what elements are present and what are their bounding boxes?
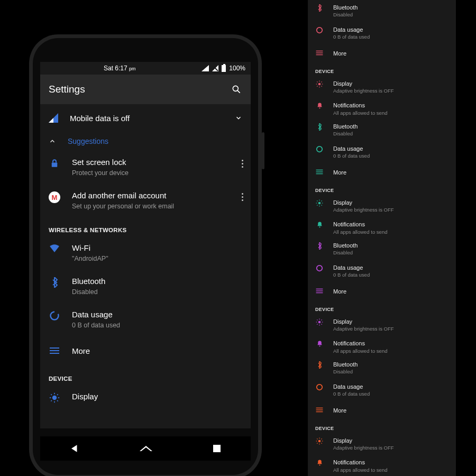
display-icon [315, 318, 324, 326]
more-icon [49, 347, 60, 354]
setting-bluetooth[interactable]: BluetoothDisabled [308, 357, 456, 379]
section-device: DEVICE [308, 420, 456, 433]
svg-point-27 [318, 83, 321, 85]
setting-notifications[interactable]: NotificationsAll apps allowed to send [308, 455, 456, 476]
svg-rect-7 [52, 163, 58, 167]
display-icon [315, 437, 324, 445]
setting-more[interactable]: More [308, 401, 456, 420]
bell-icon [315, 102, 324, 109]
setting-more[interactable]: More [308, 44, 456, 63]
setting-notifications[interactable]: NotificationsAll apps allowed to send [308, 336, 456, 358]
theme-preview: BluetoothDisabled Data usage0 B of data … [308, 0, 456, 120]
svg-line-62 [317, 324, 317, 324]
suggestion-title: Add another email account [72, 190, 242, 201]
setting-wifi[interactable]: Wi-Fi"AndroidAP" [40, 236, 251, 270]
data-usage-icon [315, 26, 324, 34]
svg-line-77 [322, 438, 322, 439]
setting-notifications[interactable]: NotificationsAll apps allowed to send [308, 217, 456, 239]
setting-data-usage[interactable]: Data usage0 B of data used [308, 379, 456, 401]
suggestion-screen-lock[interactable]: Set screen lock Protect your device [40, 151, 251, 184]
section-device: DEVICE [308, 63, 456, 76]
status-bar: Sat 6:17 pm 100% [40, 62, 251, 75]
display-icon [49, 392, 60, 403]
suggestion-title: Set screen lock [72, 157, 242, 168]
suggestion-sub: Set up your personal or work email [72, 202, 242, 212]
svg-point-78 [319, 464, 320, 465]
svg-line-75 [322, 443, 322, 443]
setting-bluetooth[interactable]: BluetoothDisabled [308, 238, 456, 260]
screen: Sat 6:17 pm 100% Settings Mobile data is… [40, 62, 251, 428]
suggestions-header[interactable]: Suggestions [40, 132, 251, 151]
section-device: DEVICE [40, 366, 251, 385]
app-bar-title: Settings [49, 84, 231, 95]
overflow-icon[interactable] [242, 191, 243, 203]
svg-marker-6 [49, 118, 53, 123]
nav-home[interactable] [138, 444, 154, 453]
nav-back[interactable] [70, 444, 79, 453]
bluetooth-icon [315, 4, 324, 12]
mobile-data-icon [49, 113, 58, 123]
battery-percent: 100% [229, 65, 245, 72]
svg-point-41 [318, 202, 321, 204]
bluetooth-icon [49, 277, 60, 288]
setting-notifications[interactable]: NotificationsAll apps allowed to send [308, 98, 456, 120]
setting-bluetooth[interactable]: BluetoothDisabled [308, 0, 456, 22]
bell-icon [315, 340, 324, 347]
setting-display[interactable]: DisplayAdaptive brightness is OFF [308, 76, 456, 98]
chevron-down-icon [235, 114, 242, 122]
suggestion-add-email[interactable]: M Add another email account Set up your … [40, 184, 251, 217]
display-icon [315, 199, 324, 207]
section-device: DEVICE [308, 301, 456, 314]
data-usage-icon [315, 145, 324, 153]
svg-point-64 [319, 345, 320, 346]
overflow-icon[interactable] [242, 158, 243, 169]
setting-bluetooth[interactable]: BluetoothDisabled [40, 270, 251, 303]
svg-line-49 [322, 200, 322, 201]
setting-data-usage[interactable]: Data usage0 B of data used [308, 141, 456, 163]
svg-line-20 [57, 394, 58, 395]
svg-point-51 [317, 265, 323, 271]
svg-line-17 [51, 394, 52, 395]
bluetooth-icon [315, 361, 324, 369]
nav-recents[interactable] [213, 444, 221, 453]
more-icon [315, 288, 324, 294]
setting-more[interactable]: More [40, 336, 251, 366]
signal-icon [202, 65, 209, 71]
setting-data-usage[interactable]: Data usage0 B of data used [308, 260, 456, 282]
svg-line-19 [51, 400, 52, 401]
more-icon [315, 50, 324, 56]
setting-bluetooth[interactable]: BluetoothDisabled [308, 119, 456, 141]
wifi-icon [49, 244, 60, 252]
more-icon [315, 169, 324, 175]
svg-point-23 [317, 27, 323, 33]
more-icon [315, 407, 324, 413]
suggestion-sub: Protect your device [72, 169, 242, 178]
svg-point-50 [319, 226, 320, 227]
display-icon [315, 80, 324, 88]
svg-marker-21 [71, 445, 77, 452]
svg-line-76 [317, 443, 317, 443]
setting-display[interactable]: DisplayAdaptive brightness is OFF [308, 433, 456, 455]
setting-more[interactable]: More [308, 163, 456, 182]
svg-line-61 [322, 324, 322, 324]
setting-display[interactable]: DisplayAdaptive brightness is OFF [308, 195, 456, 217]
svg-line-74 [317, 438, 317, 439]
search-button[interactable] [231, 84, 242, 95]
svg-line-32 [317, 81, 317, 82]
phone-bezel: Sat 6:17 pm 100% Settings Mobile data is… [33, 38, 258, 475]
setting-more[interactable]: More [308, 282, 456, 301]
network-icon [212, 65, 218, 71]
setting-data-usage[interactable]: Data usage0 B of data used [40, 303, 251, 336]
app-bar: Settings [40, 75, 251, 104]
svg-point-69 [318, 440, 321, 442]
svg-rect-22 [213, 445, 221, 452]
svg-line-46 [317, 200, 317, 201]
svg-line-60 [317, 319, 317, 320]
setting-display[interactable]: Display [40, 385, 251, 409]
nav-bar [40, 436, 251, 461]
setting-data-usage[interactable]: Data usage0 B of data used [308, 22, 456, 44]
banner-text: Mobile data is off [70, 114, 223, 123]
mobile-data-banner[interactable]: Mobile data is off [40, 104, 251, 132]
setting-display[interactable]: DisplayAdaptive brightness is OFF [308, 314, 456, 336]
svg-point-65 [317, 384, 323, 390]
